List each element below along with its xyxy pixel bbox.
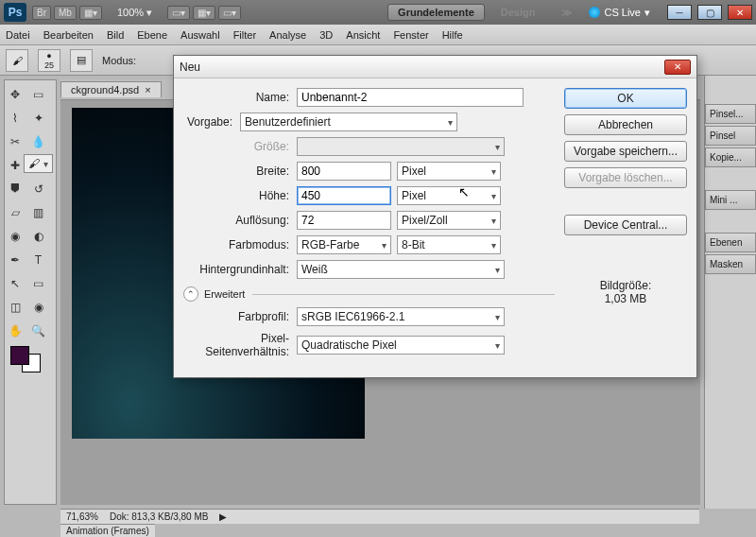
move-tool[interactable]: ✥ [8,83,23,106]
type-tool[interactable]: T [24,249,53,271]
menu-analyse[interactable]: Analyse [269,29,306,41]
path-tool[interactable]: ↖ [8,272,23,295]
status-bar: 71,63% Dok: 813,3 KB/3,80 MB ▶ [60,509,699,524]
workspace-essentials[interactable]: Grundelemente [387,4,485,21]
brush-preview-icon[interactable]: ●25 [38,49,60,72]
colorprofile-select[interactable]: sRGB IEC61966-2.1 [297,307,505,326]
heal-tool[interactable]: ✚ [8,154,23,177]
brush-panel-icon[interactable]: ▤ [70,49,93,72]
3d-tool[interactable]: ◫ [8,296,23,319]
dodge-tool[interactable]: ◐ [24,225,53,248]
width-unit-select[interactable]: Pixel [397,162,501,181]
menu-bild[interactable]: Bild [107,29,124,41]
window-maximize[interactable]: ▢ [697,5,722,20]
cslive-button[interactable]: CS Live ▾ [589,7,650,19]
colormode-select[interactable]: RGB-Farbe [297,235,391,254]
cancel-button[interactable]: Abbrechen [564,114,687,135]
new-document-dialog: Neu ✕ Name: Vorgabe: Benutzerdefiniert G… [173,55,697,378]
bridge-button[interactable]: Br [32,6,51,20]
foreground-swatch[interactable] [10,346,29,365]
ok-button[interactable]: OK [564,88,687,109]
menu-fenster[interactable]: Fenster [393,29,428,41]
menu-datei[interactable]: Datei [6,29,30,41]
dialog-titlebar[interactable]: Neu ✕ [174,56,696,78]
panel-pinsel[interactable]: Pinsel [705,126,756,146]
history-brush-tool[interactable]: ↺ [24,178,53,200]
lasso-tool[interactable]: ⌇ [8,107,23,130]
brush-tool[interactable]: 🖌 [24,154,53,173]
preset-select[interactable]: Benutzerdefiniert [240,113,457,131]
ps-logo: Ps [4,3,26,22]
status-docinfo: 813,3 KB/3,80 MB [131,511,208,522]
tool-preset-icon[interactable]: 🖌 [6,49,28,72]
layout-button[interactable]: ▦▾ [79,6,102,20]
app-titlebar: Ps Br Mb ▦▾ 100% ▾ ▭▾ ▦▾ ▭▾ Grundelement… [0,0,756,25]
panel-kopierquelle[interactable]: Kopie... [705,147,756,167]
shape-tool[interactable]: ▭ [24,272,53,295]
toolbox: ✥▭ ⌇✦ ✂💧 ✚🖌 ⛊↺ ▱▥ ◉◐ ✒T ↖▭ ◫◉ ✋🔍 [4,79,57,505]
save-preset-button[interactable]: Vorgabe speichern... [564,141,687,162]
colormode-label: Farbmodus: [183,238,297,251]
arrange-button[interactable]: ▦▾ [193,6,215,20]
pen-tool[interactable]: ✒ [8,249,23,271]
device-central-button[interactable]: Device Central... [564,215,687,235]
preset-label: Vorgabe: [183,115,240,129]
width-input[interactable] [297,162,391,181]
menu-ansicht[interactable]: Ansicht [346,29,380,41]
window-minimize[interactable]: ─ [667,5,692,20]
blur-tool[interactable]: ◉ [8,225,23,248]
crop-tool[interactable]: ✂ [8,130,23,153]
delete-preset-button: Vorgabe löschen... [564,167,687,188]
panel-pinselvorgaben[interactable]: Pinsel... [705,104,756,124]
screen-mode-button[interactable]: ▭▾ [218,6,241,20]
stamp-tool[interactable]: ⛊ [8,178,23,200]
minibridge-button[interactable]: Mb [54,6,77,20]
bitdepth-select[interactable]: 8-Bit [397,235,501,254]
close-icon[interactable]: × [145,84,150,95]
advanced-toggle[interactable]: ⌃ [183,286,198,302]
view-extras-button[interactable]: ▭▾ [167,6,190,20]
menubar: Datei Bearbeiten Bild Ebene Auswahl Filt… [0,25,756,45]
name-label: Name: [183,91,297,104]
zoom-indicator[interactable]: 100% ▾ [117,7,152,19]
height-input[interactable] [297,186,391,205]
hand-tool[interactable]: ✋ [8,320,23,342]
panel-ebenen[interactable]: Ebenen [705,233,756,252]
panel-mini[interactable]: Mini ... [705,190,756,210]
resolution-label: Auflösung: [183,214,297,227]
name-input[interactable] [297,88,524,107]
gradient-tool[interactable]: ▥ [24,201,53,224]
menu-filter[interactable]: Filter [233,29,256,41]
right-panels: Pinsel... Pinsel Kopie... Mini ... Ebene… [704,76,756,509]
menu-auswahl[interactable]: Auswahl [180,29,220,41]
document-tab[interactable]: ckground4.psd× [60,81,162,97]
menu-bearbeiten[interactable]: Bearbeiten [43,29,94,41]
workspace-more[interactable]: ≫ [551,4,583,22]
dialog-close-button[interactable]: ✕ [664,60,691,75]
color-swatches[interactable] [8,343,53,381]
animation-panel-tab[interactable]: Animation (Frames) [60,524,155,537]
brush-size-label: 25 [44,61,54,70]
status-menu-icon[interactable]: ▶ [219,511,227,522]
wand-tool[interactable]: ✦ [24,107,53,130]
height-unit-select[interactable]: Pixel [397,186,501,205]
height-label: Höhe: [183,189,297,202]
eyedropper-tool[interactable]: 💧 [24,130,53,153]
menu-3d[interactable]: 3D [319,29,333,41]
window-close[interactable]: ✕ [728,5,752,20]
3d-camera-tool[interactable]: ◉ [24,296,53,319]
zoom-tool[interactable]: 🔍 [24,320,53,342]
colorprofile-label: Farbprofil: [183,310,297,323]
bgcontent-select[interactable]: Weiß [297,260,505,279]
marquee-tool[interactable]: ▭ [24,83,53,106]
workspace-design[interactable]: Design [490,4,546,21]
status-zoom[interactable]: 71,63% [66,511,98,522]
bgcontent-label: Hintergrundinhalt: [183,263,297,276]
resolution-unit-select[interactable]: Pixel/Zoll [397,211,501,230]
pixelratio-select[interactable]: Quadratische Pixel [297,336,505,355]
menu-ebene[interactable]: Ebene [137,29,167,41]
panel-masken[interactable]: Masken [705,254,756,274]
menu-hilfe[interactable]: Hilfe [442,29,463,41]
eraser-tool[interactable]: ▱ [8,201,23,224]
resolution-input[interactable] [297,211,391,230]
